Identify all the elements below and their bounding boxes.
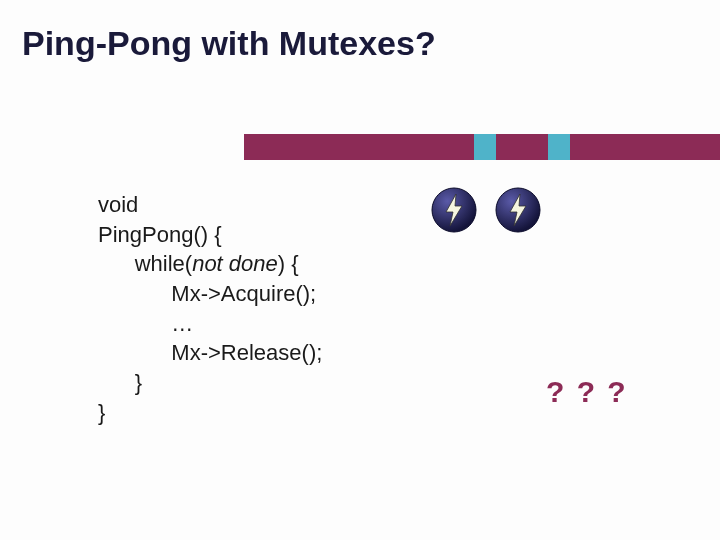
code-line: Mx->Acquire(); <box>98 279 322 309</box>
bar-segment <box>474 134 496 160</box>
bar-segment <box>496 134 548 160</box>
question-annotation: ? ? ? <box>546 375 628 409</box>
code-line: … <box>98 309 322 339</box>
slide-title: Ping-Pong with Mutexes? <box>22 24 436 63</box>
code-line: PingPong() { <box>98 220 322 250</box>
code-line: void <box>98 190 322 220</box>
code-block: void PingPong() { while(not done) { Mx->… <box>98 190 322 428</box>
code-line: } <box>98 368 322 398</box>
code-line: Mx->Release(); <box>98 338 322 368</box>
code-line: while(not done) { <box>98 249 322 279</box>
code-line: } <box>98 398 322 428</box>
thread-icon <box>430 186 478 234</box>
decorative-bar <box>244 134 720 160</box>
bar-segment <box>570 134 720 160</box>
bar-segment <box>244 134 474 160</box>
bar-segment <box>548 134 570 160</box>
thread-icon <box>494 186 542 234</box>
